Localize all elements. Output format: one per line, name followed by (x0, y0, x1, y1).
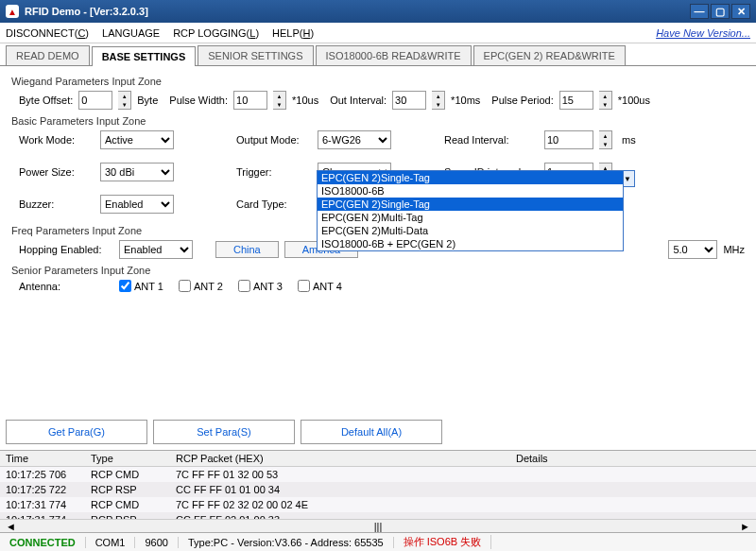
status-port: COM1 (86, 537, 136, 548)
status-error: 操作 ISO6B 失败 (394, 535, 492, 549)
tab-senior-settings[interactable]: SENIOR SETTINGS (198, 45, 313, 65)
output-mode-select[interactable]: 6-WG26 (318, 130, 391, 149)
window-title: RFID Demo - [Ver:3.2.0.3] (25, 6, 148, 17)
senior-title: Senior Parameters Input Zone (11, 265, 745, 276)
card-type-option[interactable]: EPC(GEN 2)Multi-Tag (318, 211, 623, 224)
output-mode-label: Output Mode: (236, 134, 312, 146)
tab-read-demo[interactable]: READ DEMO (6, 45, 90, 65)
set-para-button[interactable]: Set Para(S) (153, 420, 295, 444)
out-interval-input[interactable] (392, 91, 426, 110)
log-header: Time Type RCP Packet (HEX) Details (0, 451, 756, 467)
ant2-checkbox[interactable]: ANT 2 (179, 280, 223, 292)
get-para-button[interactable]: Get Para(G) (6, 420, 147, 444)
col-details: Details (516, 453, 750, 464)
card-type-option[interactable]: EPC(GEN 2)Multi-Data (318, 224, 623, 237)
maximize-button[interactable]: ▢ (711, 4, 730, 19)
byte-offset-spinner[interactable]: ▲▼ (118, 91, 131, 110)
out-interval-label: Out Interval: (330, 95, 387, 106)
pulse-period-label: Pulse Period: (491, 95, 553, 106)
basic-title: Basic Parameters Input Zone (11, 115, 745, 127)
byte-offset-unit: Byte (137, 95, 158, 106)
card-type-option[interactable]: ISO18000-6B + EPC(GEN 2) (318, 237, 623, 250)
freq-unit: MHz (723, 244, 745, 255)
status-info: Type:PC - Version:V3.66 - Address: 65535 (179, 537, 394, 548)
ant4-checkbox[interactable]: ANT 4 (298, 280, 342, 292)
freq-max-select[interactable]: 5.0 (668, 240, 717, 259)
card-type-label: Card Type: (236, 198, 312, 210)
tab-epc-gen2[interactable]: EPC(GEN 2) READ&WRITE (473, 45, 626, 65)
card-type-option[interactable]: EPC(GEN 2)Single-Tag (318, 198, 623, 211)
card-type-dropdown[interactable]: EPC(GEN 2)Single-Tag ISO18000-6B EPC(GEN… (317, 170, 624, 251)
menu-help[interactable]: HELP(H) (272, 27, 314, 39)
card-type-option[interactable]: ISO18000-6B (318, 184, 623, 198)
out-interval-spinner[interactable]: ▲▼ (432, 91, 445, 110)
log-row[interactable]: 10:17:25 722RCP RSPCC FF FF 01 01 00 34 (0, 482, 756, 497)
tab-iso18000-6b[interactable]: ISO18000-6B READ&WRITE (316, 45, 472, 65)
col-type: Type (91, 453, 176, 464)
default-all-button[interactable]: Default All(A) (301, 420, 442, 444)
log-row[interactable]: 10:17:25 706RCP CMD7C FF FF 01 32 00 53 (0, 467, 756, 482)
read-interval-spinner[interactable]: ▲▼ (599, 130, 612, 149)
log-row[interactable]: 10:17:31 774RCP CMD7C FF FF 02 32 02 00 … (0, 497, 756, 512)
byte-offset-label: Byte Offset: (19, 95, 73, 106)
status-bar: CONNECTED COM1 9600 Type:PC - Version:V3… (0, 532, 756, 551)
byte-offset-input[interactable] (78, 91, 112, 110)
ant1-checkbox[interactable]: ANT 1 (119, 280, 163, 292)
read-interval-input[interactable] (544, 130, 593, 149)
pulse-width-unit: *10us (292, 95, 318, 106)
menu-disconnect[interactable]: DISCONNECT(C) (6, 27, 89, 39)
ant3-checkbox[interactable]: ANT 3 (238, 280, 283, 292)
horizontal-scrollbar[interactable]: ◄|||► (0, 519, 756, 532)
pulse-period-spinner[interactable]: ▲▼ (599, 91, 612, 110)
power-size-label: Power Size: (19, 166, 94, 178)
have-new-version-link[interactable]: Have New Version... (656, 27, 750, 39)
menu-language[interactable]: LANGUAGE (102, 27, 160, 39)
wiegand-zone: Wiegand Parameters Input Zone Byte Offse… (11, 76, 745, 110)
pulse-width-label: Pulse Width: (169, 95, 228, 106)
buzzer-select[interactable]: Enabled (100, 195, 174, 214)
senior-zone: Senior Parameters Input Zone Antenna: AN… (11, 265, 745, 292)
pulse-width-input[interactable] (233, 91, 267, 110)
tab-bar: READ DEMO BASE SETTINGS SENIOR SETTINGS … (0, 43, 756, 66)
work-mode-label: Work Mode: (19, 134, 94, 146)
read-interval-label: Read Interval: (444, 134, 539, 146)
status-connected: CONNECTED (0, 537, 86, 548)
trigger-label: Trigger: (236, 166, 312, 178)
pulse-period-input[interactable] (559, 91, 593, 110)
title-bar: ▲ RFID Demo - [Ver:3.2.0.3] — ▢ ✕ (0, 0, 756, 23)
read-interval-unit: ms (622, 134, 636, 146)
close-button[interactable]: ✕ (731, 4, 750, 19)
col-time: Time (6, 453, 91, 464)
china-button[interactable]: China (215, 241, 279, 258)
menu-rcp-logging[interactable]: RCP LOGGING(L) (173, 27, 259, 39)
hopping-label: Hopping Enabled: (19, 244, 113, 255)
status-baud: 9600 (135, 537, 178, 548)
col-packet: RCP Packet (HEX) (176, 453, 516, 464)
wiegand-title: Wiegand Parameters Input Zone (11, 76, 745, 87)
antenna-label: Antenna: (19, 281, 113, 292)
pulse-period-unit: *100us (618, 95, 650, 106)
work-mode-select[interactable]: Active (100, 130, 174, 149)
log-table: Time Type RCP Packet (HEX) Details 10:17… (0, 450, 756, 527)
tab-base-settings[interactable]: BASE SETTINGS (92, 46, 197, 66)
pulse-width-spinner[interactable]: ▲▼ (273, 91, 286, 110)
buzzer-label: Buzzer: (19, 198, 94, 210)
card-type-selected[interactable]: EPC(GEN 2)Single-Tag (318, 171, 623, 184)
power-size-select[interactable]: 30 dBi (100, 163, 174, 181)
minimize-button[interactable]: — (690, 4, 709, 19)
hopping-select[interactable]: Enabled (119, 240, 193, 259)
app-icon: ▲ (6, 5, 19, 18)
menu-bar: DISCONNECT(C) LANGUAGE RCP LOGGING(L) HE… (0, 23, 756, 43)
out-interval-unit: *10ms (451, 95, 480, 106)
